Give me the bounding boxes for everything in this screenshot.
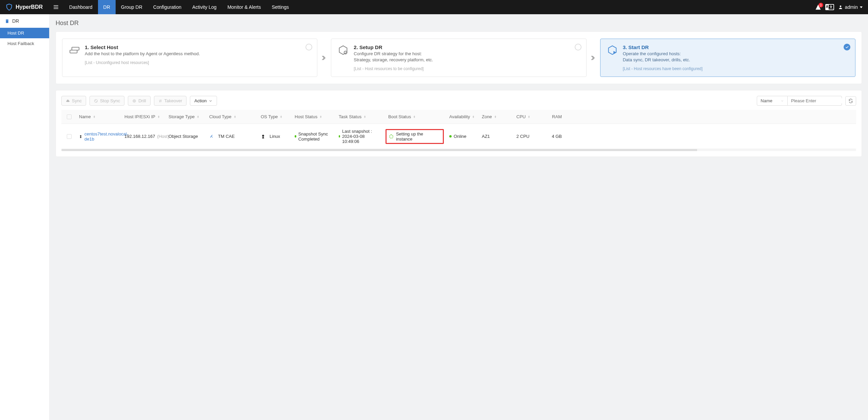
step2-status-indicator — [575, 44, 581, 50]
cube-gear-icon — [337, 44, 349, 56]
step1-status-indicator — [305, 44, 312, 50]
col-cloud[interactable]: Cloud Type — [206, 113, 258, 121]
status-dot-icon — [295, 135, 296, 138]
nav-dr[interactable]: DR — [98, 0, 116, 14]
filter-field-select[interactable]: Name — [757, 96, 788, 106]
brand: HyperBDR — [0, 0, 48, 14]
sidebar-item-hostdr[interactable]: Host DR — [0, 28, 49, 38]
user-icon — [838, 5, 843, 9]
hosts-icon — [68, 44, 80, 56]
main-content: Host DR 1. Select Host Add the host to t… — [50, 14, 868, 420]
col-ram[interactable]: RAM — [541, 113, 565, 121]
user-menu[interactable]: admin — [838, 4, 863, 10]
col-cpu[interactable]: CPU — [514, 113, 541, 121]
table-header: Name Host IP/ESXi IP Storage Type Cloud … — [61, 110, 856, 124]
col-taskstatus[interactable]: Task Status — [336, 113, 386, 121]
chevron-right-icon — [321, 55, 327, 61]
status-dot-icon — [449, 135, 452, 138]
step3-sub: [List - Host resources have been configu… — [623, 66, 849, 71]
refresh-icon — [848, 99, 853, 103]
nav-dashboard[interactable]: Dashboard — [64, 0, 98, 14]
nav-monitor[interactable]: Monitor & Alerts — [222, 0, 267, 14]
col-hoststatus[interactable]: Host Status — [292, 113, 336, 121]
loading-icon — [389, 134, 393, 139]
select-all-checkbox[interactable] — [67, 114, 72, 119]
svg-rect-1 — [6, 19, 8, 23]
step-start-dr[interactable]: 3. Start DR Operate the configured hosts… — [600, 39, 855, 77]
alerts-count: 0 — [818, 3, 823, 7]
sync-button[interactable]: Sync — [61, 96, 86, 106]
target-icon — [132, 99, 136, 103]
takeover-button[interactable]: Takeover — [154, 96, 187, 106]
user-label: admin — [845, 4, 858, 10]
language-toggle[interactable]: A文 — [825, 4, 834, 10]
nav-activity[interactable]: Activity Log — [187, 0, 222, 14]
col-os[interactable]: OS Type — [258, 113, 292, 121]
cell-availability: Online — [454, 134, 467, 139]
status-dot-icon — [339, 135, 340, 138]
cell-os: Linux — [270, 134, 280, 139]
page-title: Host DR — [56, 20, 862, 27]
step-select-host[interactable]: 1. Select Host Add the host to the platf… — [62, 39, 317, 77]
workflow-card: 1. Select Host Add the host to the platf… — [56, 31, 862, 84]
col-storage[interactable]: Storage Type — [166, 113, 206, 121]
nav-groupdr[interactable]: Group DR — [116, 0, 148, 14]
cell-zone: AZ1 — [482, 134, 490, 139]
menu-toggle[interactable] — [48, 0, 64, 14]
alpha-icon — [209, 134, 214, 139]
col-availability[interactable]: Availability — [447, 113, 479, 121]
nav-config[interactable]: Configuration — [148, 0, 187, 14]
svg-point-9 — [134, 100, 135, 101]
svg-point-12 — [262, 135, 264, 137]
horizontal-scrollbar[interactable] — [61, 149, 856, 151]
chevron-down-icon — [209, 99, 213, 103]
menu-icon — [53, 4, 59, 10]
cube-play-icon — [607, 44, 618, 56]
check-icon — [845, 45, 849, 49]
step2-desc: Configure DR strategy for the host: Stra… — [354, 51, 580, 63]
refresh-button[interactable] — [845, 96, 856, 106]
col-ip[interactable]: Host IP/ESXi IP — [122, 113, 166, 121]
sidebar-section-title: DR — [0, 14, 49, 28]
alerts-button[interactable]: 0 — [815, 4, 821, 10]
col-name[interactable]: Name — [76, 113, 122, 121]
step2-sub: [List - Host resources to be configured] — [354, 66, 580, 71]
table-card: Sync Stop Sync Drill Takeover Action Nam… — [56, 90, 862, 157]
cell-hoststatus: Snapshot Sync Completed — [298, 131, 333, 142]
table-row: centos7test.novalocal-de1b 192.168.12.16… — [61, 124, 856, 149]
action-dropdown[interactable]: Action — [190, 96, 217, 106]
table-toolbar: Sync Stop Sync Drill Takeover Action Nam… — [61, 96, 856, 106]
step3-desc: Operate the configured hosts: Data sync,… — [623, 51, 849, 63]
step-setup-dr[interactable]: 2. Setup DR Configure DR strategy for th… — [331, 39, 586, 77]
nav-settings[interactable]: Settings — [266, 0, 294, 14]
search-input[interactable] — [791, 98, 848, 103]
building-icon — [5, 19, 9, 23]
sidebar: DR Host DR Host Failback — [0, 14, 50, 420]
shield-icon — [5, 3, 13, 11]
stop-sync-button[interactable]: Stop Sync — [90, 96, 124, 106]
cell-storage: Object Storage — [169, 134, 198, 139]
svg-rect-3 — [7, 20, 8, 20]
step3-status-indicator — [844, 44, 850, 50]
drill-button[interactable]: Drill — [128, 96, 150, 106]
chevron-down-icon — [781, 99, 784, 103]
chevron-right-icon — [590, 55, 596, 61]
col-bootstatus[interactable]: Boot Status — [386, 113, 447, 121]
linux-icon — [261, 134, 265, 139]
cell-ram: 4 GB — [552, 134, 562, 139]
svg-point-0 — [840, 5, 842, 7]
svg-point-8 — [133, 100, 136, 102]
svg-rect-5 — [72, 47, 79, 50]
boot-status-highlight: Setting up the instance — [386, 129, 444, 144]
step2-title: 2. Setup DR — [354, 44, 580, 50]
row-checkbox[interactable] — [67, 134, 72, 139]
step1-title: 1. Select Host — [85, 44, 311, 50]
search-box[interactable] — [788, 96, 842, 106]
linux-icon — [79, 134, 82, 139]
step1-desc: Add the host to the platform by Agent or… — [85, 51, 311, 57]
stop-icon — [94, 99, 98, 103]
step1-sub: [List - Unconfigured host resources] — [85, 60, 311, 65]
svg-point-11 — [80, 135, 81, 136]
sidebar-item-failback[interactable]: Host Failback — [0, 38, 49, 49]
col-zone[interactable]: Zone — [479, 113, 514, 121]
